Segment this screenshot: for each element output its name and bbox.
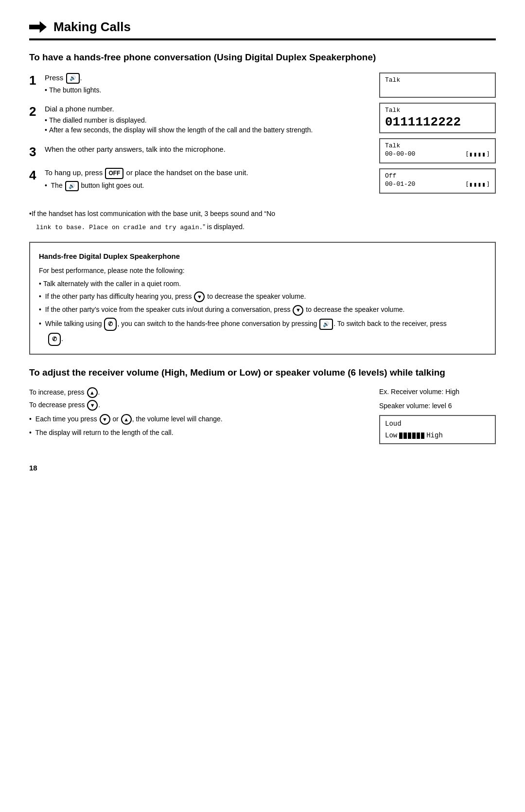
down-key-3: ▼ — [293, 305, 303, 316]
lcd-label-2: Talk — [385, 107, 490, 114]
info-bullet-4: While talking using ✆, you can switch to… — [39, 318, 486, 331]
volume-example-line1: Ex. Receiver volume: High — [379, 387, 496, 397]
vol-high-label: High — [426, 432, 443, 439]
volume-right: Ex. Receiver volume: High Speaker volume… — [379, 387, 496, 444]
step-number-4: 4 — [29, 168, 45, 182]
step-bullet-4-1: The 🔊 button light goes out. — [45, 181, 365, 191]
info-box: Hands-free Digital Duplex Speakerphone F… — [29, 242, 496, 355]
handset-key-4a: ✆ — [104, 318, 117, 331]
vol-bars — [399, 433, 424, 439]
step-main-4: To hang up, press OFF or place the hands… — [45, 167, 365, 179]
info-bullet-2: If the other party has difficulty hearin… — [39, 291, 486, 302]
up-key: ▲ — [87, 387, 98, 398]
section2-heading: To adjust the receiver volume (High, Med… — [29, 367, 496, 378]
step-main-3: When the other party answers, talk into … — [45, 144, 365, 154]
step-2: 2 Dial a phone number. The dialled numbe… — [29, 104, 365, 135]
lcd-number-2: 0111112222 — [385, 115, 490, 129]
volume-increase-line: To increase, press ▲. — [29, 387, 365, 398]
handset-key-4b: ✆ — [48, 333, 61, 346]
volume-bullet-2: The display will return to the length of… — [29, 428, 365, 438]
note-line-2: link to base. Place on cradle and try ag… — [36, 222, 496, 233]
info-box-intro: For best performance, please note the fo… — [39, 265, 486, 276]
lcd-timer-4: 00-01-20 [▮▮▮▮] — [385, 180, 490, 188]
lcd-display-1: Talk — [379, 72, 496, 98]
step-main-1: Press 🔊. — [45, 72, 365, 84]
display-col: Talk Talk 0111112222 Talk 00-00-00 [▮▮▮▮… — [379, 72, 496, 200]
vol-lcd-scale: Low High — [385, 432, 490, 439]
volume-lcd-box: Loud Low High — [379, 415, 496, 444]
step-bullet-1-1: The button lights. — [45, 86, 365, 95]
lcd-timer-3: 00-00-00 [▮▮▮▮] — [385, 150, 490, 158]
down-key-b1: ▼ — [100, 414, 110, 425]
down-key: ▼ — [87, 400, 98, 411]
vol-bar-3 — [408, 433, 411, 439]
up-key-b1: ▲ — [121, 414, 132, 425]
vol-bar-2 — [403, 433, 407, 439]
vol-bar-6 — [421, 433, 424, 439]
step-content-4: To hang up, press OFF or place the hands… — [45, 167, 365, 191]
page-number: 18 — [29, 464, 496, 472]
off-key: OFF — [105, 168, 123, 179]
step-main-2: Dial a phone number. — [45, 104, 365, 114]
info-bullet-4-cont: ✆. — [48, 333, 486, 346]
step-number-3: 3 — [29, 145, 45, 159]
lcd-time-4: 00-01-20 — [385, 180, 415, 188]
lcd-display-2: Talk 0111112222 — [379, 103, 496, 133]
arrow-icon — [29, 21, 47, 33]
battery-3: [▮▮▮▮] — [465, 150, 490, 158]
page-header: Making Calls — [29, 19, 496, 40]
speaker-key-4: 🔊 — [319, 319, 333, 330]
note-section: •If the handset has lost communication w… — [29, 209, 496, 233]
step-1: 1 Press 🔊. The button lights. — [29, 72, 365, 95]
volume-example-line2: Speaker volume: level 6 — [379, 401, 496, 411]
volume-two-col: To increase, press ▲. To decrease press … — [29, 387, 496, 444]
section1-heading: To have a hands-free phone conversation … — [29, 52, 496, 63]
step-content-3: When the other party answers, talk into … — [45, 144, 365, 156]
step-content-1: Press 🔊. The button lights. — [45, 72, 365, 95]
volume-left: To increase, press ▲. To decrease press … — [29, 387, 379, 438]
volume-bullet-1: Each time you press ▼ or ▲, the volume l… — [29, 414, 365, 425]
info-bullet-3: If the other party’s voice from the spea… — [39, 304, 486, 315]
vol-bar-5 — [417, 433, 420, 439]
vol-low-label: Low — [385, 432, 397, 439]
info-box-title: Hands-free Digital Duplex Speakerphone — [39, 251, 486, 262]
steps-display-grid: 1 Press 🔊. The button lights. 2 Dial a p… — [29, 72, 496, 200]
speaker-key-4: 🔊 — [65, 181, 79, 191]
info-bullet-1: Talk alternately with the caller in a qu… — [39, 278, 486, 289]
page-title: Making Calls — [53, 19, 131, 35]
vol-lcd-loud: Loud — [385, 420, 490, 428]
step-number-2: 2 — [29, 105, 45, 119]
lcd-label-3: Talk — [385, 142, 490, 149]
step-bullet-2-2: After a few seconds, the display will sh… — [45, 126, 365, 135]
step-content-2: Dial a phone number. The dialled number … — [45, 104, 365, 135]
lcd-time-3: 00-00-00 — [385, 150, 415, 158]
vol-bar-4 — [412, 433, 416, 439]
step-4: 4 To hang up, press OFF or place the han… — [29, 167, 365, 191]
lcd-display-3: Talk 00-00-00 [▮▮▮▮] — [379, 138, 496, 163]
lcd-label-4: Off — [385, 172, 490, 180]
lcd-label-1: Talk — [385, 76, 490, 84]
down-key-2: ▼ — [194, 291, 205, 302]
lcd-display-4: Off 00-01-20 [▮▮▮▮] — [379, 168, 496, 194]
steps-col: 1 Press 🔊. The button lights. 2 Dial a p… — [29, 72, 379, 200]
volume-decrease-line: To decrease press ▼. — [29, 399, 365, 411]
note-line-1: •If the handset has lost communication w… — [29, 209, 496, 219]
step-number-1: 1 — [29, 73, 45, 88]
vol-bar-1 — [399, 433, 402, 439]
step-bullet-2-1: The dialled number is displayed. — [45, 116, 365, 126]
battery-4: [▮▮▮▮] — [465, 180, 490, 188]
step-3: 3 When the other party answers, talk int… — [29, 144, 365, 159]
speaker-key-1: 🔊 — [66, 73, 80, 83]
